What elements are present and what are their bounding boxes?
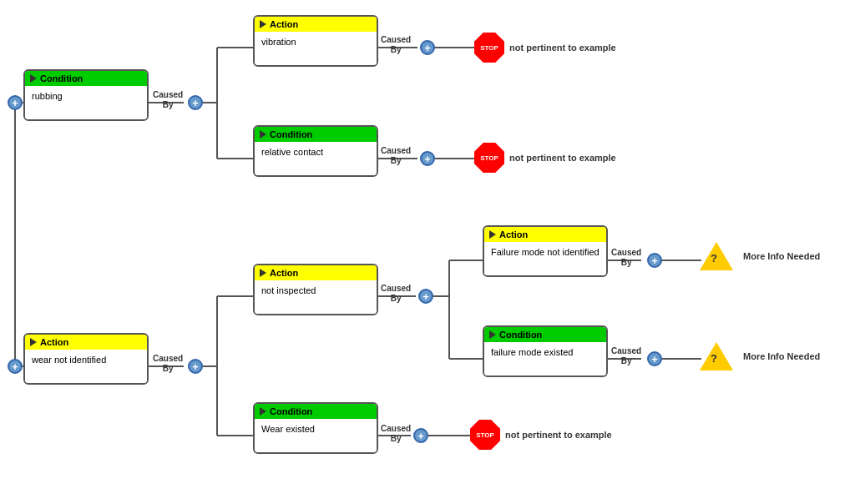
node-condition-failure-title: Condition <box>499 330 542 340</box>
node-condition-rubbing: Condition rubbing <box>23 69 149 121</box>
stop-text-vibration: STOP <box>480 44 498 52</box>
stop-sign-vibration: STOP not pertinent to example <box>474 33 616 63</box>
node-condition-wear-existed: Condition Wear existed <box>253 402 378 454</box>
arrow-icon <box>30 338 37 346</box>
caused-by-relcontact: CausedBy <box>381 146 411 166</box>
node-condition-relative-contact-title: Condition <box>270 129 312 139</box>
node-condition-rubbing-body: rubbing <box>25 86 147 119</box>
node-action-wear-body: wear not identified <box>25 350 147 383</box>
plus-button-rubbing-caused[interactable]: + <box>188 95 203 110</box>
node-action-wear-text: wear not identified <box>32 355 106 365</box>
plus-button-vibration-caused[interactable]: + <box>420 40 435 55</box>
arrow-icon <box>260 269 266 277</box>
arrow-icon <box>489 230 496 239</box>
stop-octagon-wearexisted: STOP <box>470 420 500 450</box>
node-action-vibration-header: Action <box>255 17 377 32</box>
warning-q-1: ? <box>711 252 717 265</box>
node-condition-relative-contact: Condition relative contact <box>253 125 378 177</box>
plus-button-notinspected-caused[interactable]: + <box>418 289 433 304</box>
node-action-vibration: Action vibration <box>253 15 378 67</box>
arrow-icon <box>489 330 496 339</box>
node-condition-relative-contact-text: relative contact <box>261 147 323 157</box>
node-action-not-inspected-body: not inspected <box>255 280 377 314</box>
node-condition-rubbing-text: rubbing <box>32 91 63 101</box>
node-condition-rubbing-header: Condition <box>25 71 147 86</box>
stop-text-relcontact: STOP <box>480 154 498 162</box>
node-condition-rubbing-title: Condition <box>40 73 83 83</box>
stop-octagon-relcontact: STOP <box>474 143 504 173</box>
diagram-canvas: Condition rubbing Action vibration Condi… <box>0 0 855 504</box>
plus-button-wear-left[interactable]: + <box>8 359 23 374</box>
caused-by-wear: CausedBy <box>153 354 183 374</box>
node-action-not-inspected-title: Action <box>270 268 298 278</box>
node-action-wear-title: Action <box>40 337 68 347</box>
stop-sign-wearexisted: STOP not pertinent to example <box>470 420 612 450</box>
warning-sign-condfailure: ? More Info Needed <box>700 342 820 370</box>
node-condition-failure-header: Condition <box>484 327 606 342</box>
node-condition-wear-title: Condition <box>270 406 312 416</box>
node-action-wear-not-identified: Action wear not identified <box>23 333 149 385</box>
stop-label-relcontact: not pertinent to example <box>509 153 616 163</box>
plus-button-condfailure-caused[interactable]: + <box>647 351 662 366</box>
stop-text-wearexisted: STOP <box>476 431 494 439</box>
node-action-not-inspected: Action not inspected <box>253 264 378 315</box>
node-action-wear-header: Action <box>25 335 147 350</box>
plus-button-wear-caused[interactable]: + <box>188 359 203 374</box>
caused-by-actionfailure: CausedBy <box>611 248 641 268</box>
arrow-icon <box>260 130 266 139</box>
caused-by-wearexisted: CausedBy <box>381 424 411 444</box>
node-action-failure-text: Failure mode not identified <box>491 247 600 257</box>
caused-by-condfailure: CausedBy <box>611 346 641 366</box>
plus-button-actionfailure-caused[interactable]: + <box>647 253 662 268</box>
node-action-failure-header: Action <box>484 227 606 242</box>
node-action-failure-body: Failure mode not identified <box>484 242 606 275</box>
node-action-failure-mode: Action Failure mode not identified <box>483 225 608 277</box>
node-action-vibration-body: vibration <box>255 32 377 65</box>
node-action-vibration-text: vibration <box>261 37 296 47</box>
node-action-failure-title: Action <box>499 229 528 239</box>
warning-label-condfailure: More Info Needed <box>743 351 820 361</box>
warning-q-2: ? <box>711 352 717 365</box>
stop-sign-relcontact: STOP not pertinent to example <box>474 143 616 173</box>
plus-button-wearexisted-caused[interactable]: + <box>413 428 428 443</box>
node-condition-failure-text: failure mode existed <box>491 347 573 357</box>
node-condition-relative-contact-header: Condition <box>255 127 377 142</box>
node-action-vibration-title: Action <box>270 19 298 29</box>
arrow-icon <box>30 74 37 83</box>
warning-label-actionfailure: More Info Needed <box>743 251 820 261</box>
node-condition-wear-header: Condition <box>255 404 377 419</box>
caused-by-rubbing: CausedBy <box>153 90 183 110</box>
stop-octagon-vibration: STOP <box>474 33 504 63</box>
plus-button-relcontact-caused[interactable]: + <box>420 151 435 166</box>
plus-button-rubbing-left[interactable]: + <box>8 95 23 110</box>
node-condition-wear-text: Wear existed <box>261 424 315 434</box>
arrow-icon <box>260 20 266 28</box>
caused-by-vibration: CausedBy <box>381 35 411 55</box>
node-action-not-inspected-text: not inspected <box>261 285 316 295</box>
stop-label-vibration: not pertinent to example <box>509 43 616 53</box>
node-condition-relative-contact-body: relative contact <box>255 142 377 175</box>
warning-sign-actionfailure: ? More Info Needed <box>700 242 820 270</box>
arrow-icon <box>260 407 266 416</box>
stop-label-wearexisted: not pertinent to example <box>505 430 612 440</box>
caused-by-notinspected: CausedBy <box>381 284 411 304</box>
node-condition-failure-body: failure mode existed <box>484 342 606 375</box>
node-condition-wear-body: Wear existed <box>255 419 377 452</box>
node-action-not-inspected-header: Action <box>255 265 377 280</box>
node-condition-failure-mode: Condition failure mode existed <box>483 325 608 377</box>
